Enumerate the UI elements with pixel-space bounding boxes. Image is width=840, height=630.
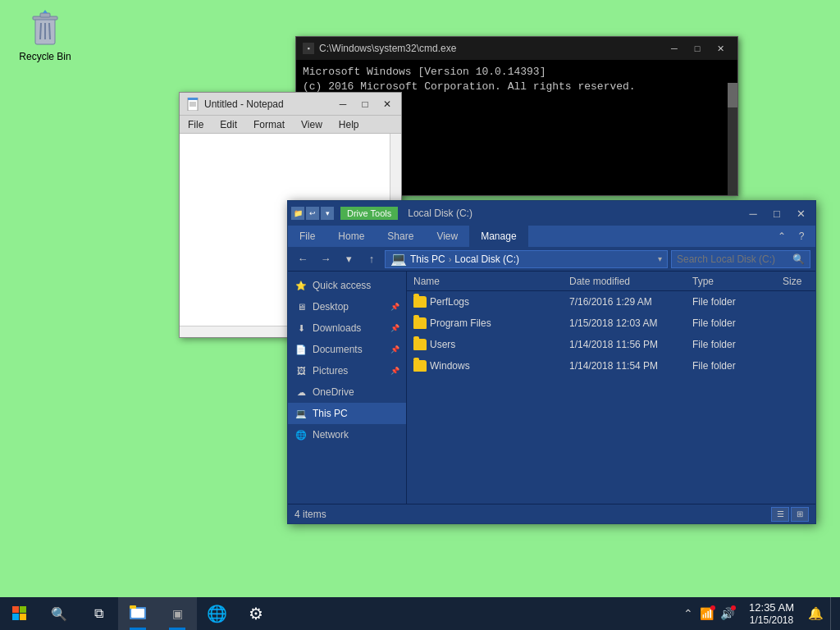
explorer-minimize-button[interactable]: ─ bbox=[742, 203, 765, 223]
sidebar-item-downloads[interactable]: ⬇ Downloads 📌 bbox=[288, 317, 406, 339]
downloads-pin-icon: 📌 bbox=[390, 324, 399, 332]
recycle-bin-icon[interactable]: Recycle Bin bbox=[16, 8, 74, 62]
breadcrumb-thispc[interactable]: This PC bbox=[410, 253, 445, 265]
notepad-maximize-button[interactable]: □ bbox=[354, 95, 376, 113]
search-icon[interactable]: 🔍 bbox=[792, 253, 805, 265]
cmd-window-controls: ─ □ ✕ bbox=[664, 40, 731, 57]
notepad-menu-file[interactable]: File bbox=[183, 117, 208, 132]
explorer-titlebar: 📁 ↩ ▾ Drive Tools Local Disk (C:) ─ □ ✕ bbox=[288, 201, 815, 226]
tray-chevron[interactable]: ⌃ bbox=[682, 605, 695, 622]
file-type-perflogs: File folder bbox=[686, 296, 776, 308]
onedrive-icon: ☁ bbox=[294, 386, 308, 399]
col-size[interactable]: Size bbox=[776, 276, 815, 287]
show-desktop-button[interactable] bbox=[830, 597, 837, 630]
forward-button[interactable]: → bbox=[316, 250, 336, 268]
address-input[interactable]: 💻 This PC › Local Disk (C:) ▾ bbox=[385, 250, 668, 268]
documents-pin-icon: 📌 bbox=[390, 345, 399, 354]
taskbar-clock[interactable]: 12:35 AM 1/15/2018 bbox=[742, 597, 801, 630]
notepad-menu-edit[interactable]: Edit bbox=[215, 117, 242, 132]
ribbon-tab-share[interactable]: Share bbox=[376, 226, 425, 247]
notepad-close-button[interactable]: ✕ bbox=[377, 95, 398, 113]
start-button[interactable] bbox=[0, 597, 39, 630]
notepad-minimize-button[interactable]: ─ bbox=[332, 95, 354, 113]
drive-tools-label: Drive Tools bbox=[340, 207, 398, 220]
col-type[interactable]: Type bbox=[686, 276, 776, 287]
cmd-minimize-button[interactable]: ─ bbox=[664, 40, 685, 57]
task-view-button[interactable]: ⧉ bbox=[79, 597, 118, 630]
ribbon-tab-file[interactable]: File bbox=[288, 226, 326, 247]
svg-rect-11 bbox=[12, 606, 19, 613]
pictures-pin-icon: 📌 bbox=[390, 367, 399, 375]
pictures-icon: 🖼 bbox=[294, 364, 308, 377]
cmd-maximize-button[interactable]: □ bbox=[687, 40, 708, 57]
cmd-scrollbar-thumb[interactable] bbox=[728, 83, 737, 107]
file-type-programfiles: File folder bbox=[686, 317, 776, 329]
sidebar-item-desktop[interactable]: 🖥 Desktop 📌 bbox=[288, 296, 406, 317]
view-details-button[interactable]: ☰ bbox=[771, 507, 789, 522]
explorer-close-button[interactable]: ✕ bbox=[789, 203, 812, 223]
taskbar-app-explorer[interactable] bbox=[118, 597, 158, 630]
sidebar-item-thispc[interactable]: 💻 This PC bbox=[288, 403, 406, 424]
recent-locations-button[interactable]: ▾ bbox=[339, 250, 358, 268]
notepad-app-icon bbox=[186, 98, 199, 111]
local-disk-label: Local Disk (C:) bbox=[408, 208, 472, 219]
cmd-icon: ▪ bbox=[303, 43, 314, 54]
taskbar-right: ⌃ 📶 🔊 12:35 AM 1/15/2018 🔔 bbox=[677, 597, 840, 630]
explorer-sidebar: ⭐ Quick access 🖥 Desktop 📌 ⬇ Downloads 📌… bbox=[288, 272, 407, 504]
breadcrumb-localdisk[interactable]: Local Disk (C:) bbox=[454, 253, 519, 265]
ribbon-help-button[interactable]: ? bbox=[792, 227, 810, 245]
table-row[interactable]: Program Files 1/15/2018 12:03 AM File fo… bbox=[407, 313, 815, 334]
sidebar-item-documents[interactable]: 📄 Documents 📌 bbox=[288, 339, 406, 360]
breadcrumb-sep1: › bbox=[449, 254, 452, 264]
ribbon-tab-view[interactable]: View bbox=[425, 226, 469, 247]
network-tray-icon[interactable]: 📶 bbox=[698, 605, 715, 622]
col-name[interactable]: Name bbox=[407, 276, 563, 287]
file-list: Name Date modified Type Size PerfLogs 7/… bbox=[407, 272, 815, 504]
explorer-title-icons: 📁 ↩ ▾ bbox=[291, 207, 334, 220]
table-row[interactable]: PerfLogs 7/16/2016 1:29 AM File folder bbox=[407, 291, 815, 313]
view-tiles-button[interactable]: ⊞ bbox=[791, 507, 809, 522]
clock-time: 12:35 AM bbox=[749, 601, 794, 614]
volume-tray-icon[interactable]: 🔊 bbox=[719, 605, 736, 622]
documents-icon: 📄 bbox=[294, 343, 308, 356]
taskbar-app-cmd[interactable]: ▣ bbox=[158, 597, 197, 630]
col-date[interactable]: Date modified bbox=[563, 276, 686, 287]
explorer-folder-icon: 📁 bbox=[291, 207, 304, 220]
file-type-windows: File folder bbox=[686, 360, 776, 372]
up-button[interactable]: ↑ bbox=[362, 250, 381, 268]
file-date-programfiles: 1/15/2018 12:03 AM bbox=[563, 317, 686, 329]
svg-line-3 bbox=[40, 23, 41, 39]
quick-access-icon: ⭐ bbox=[294, 279, 308, 292]
file-date-windows: 1/14/2018 11:54 PM bbox=[563, 360, 686, 372]
ribbon-tab-home[interactable]: Home bbox=[326, 226, 376, 247]
notification-button[interactable]: 🔔 bbox=[802, 597, 829, 630]
search-box[interactable]: 🔍 bbox=[671, 250, 810, 268]
back-button[interactable]: ← bbox=[293, 250, 313, 268]
sidebar-item-quickaccess[interactable]: ⭐ Quick access bbox=[288, 275, 406, 296]
table-row[interactable]: Users 1/14/2018 11:56 PM File folder bbox=[407, 334, 815, 355]
notepad-menu-format[interactable]: Format bbox=[249, 117, 290, 132]
ribbon-collapse-button[interactable]: ⌃ bbox=[773, 227, 791, 245]
cmd-titlebar-left: ▪ C:\Windows\system32\cmd.exe bbox=[303, 43, 456, 54]
sidebar-item-network[interactable]: 🌐 Network bbox=[288, 424, 406, 445]
table-row[interactable]: Windows 1/14/2018 11:54 PM File folder bbox=[407, 355, 815, 377]
ribbon-tab-manage[interactable]: Manage bbox=[469, 226, 527, 247]
explorer-taskbar-icon bbox=[129, 603, 147, 621]
svg-rect-12 bbox=[20, 606, 26, 613]
cmd-close-button[interactable]: ✕ bbox=[710, 40, 731, 57]
sidebar-item-onedrive[interactable]: ☁ OneDrive bbox=[288, 381, 406, 403]
taskbar-app-browser[interactable]: 🌐 bbox=[197, 597, 236, 630]
taskbar-app-settings[interactable]: ⚙ bbox=[236, 597, 276, 630]
address-dropdown-icon[interactable]: ▾ bbox=[658, 254, 662, 263]
notepad-menu-help[interactable]: Help bbox=[334, 117, 364, 132]
explorer-titlebar-left: 📁 ↩ ▾ Drive Tools Local Disk (C:) bbox=[291, 207, 472, 220]
explorer-maximize-button[interactable]: □ bbox=[765, 203, 788, 223]
browser-icon: 🌐 bbox=[207, 604, 227, 623]
notepad-menu-view[interactable]: View bbox=[296, 117, 327, 132]
network-icon: 🌐 bbox=[294, 428, 308, 441]
sidebar-item-pictures[interactable]: 🖼 Pictures 📌 bbox=[288, 360, 406, 381]
explorer-undo-icon: ↩ bbox=[306, 207, 319, 220]
search-input[interactable] bbox=[677, 253, 789, 265]
cmd-scrollbar[interactable] bbox=[728, 83, 737, 195]
taskbar-search-button[interactable]: 🔍 bbox=[39, 597, 79, 630]
